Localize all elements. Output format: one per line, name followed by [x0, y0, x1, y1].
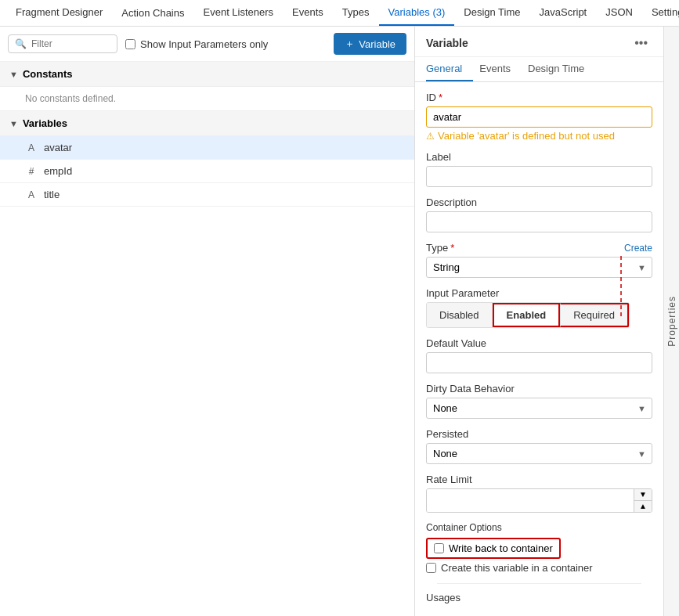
tab-javascript[interactable]: JavaScript — [530, 0, 597, 26]
default-value-label: Default Value — [426, 337, 652, 349]
create-variable-checkbox[interactable] — [426, 563, 436, 573]
filter-field[interactable]: 🔍 — [8, 34, 117, 53]
show-input-label: Show Input Parameters only — [140, 38, 268, 50]
rate-limit-group: Rate Limit ▼ ▲ — [426, 474, 652, 513]
panel-tab-events[interactable]: Events — [479, 57, 522, 81]
left-panel: 🔍 Show Input Parameters only ＋ Variable … — [0, 27, 415, 616]
write-back-checkbox-label[interactable]: Write back to container — [426, 538, 561, 559]
rate-limit-down-button[interactable]: ▼ — [634, 489, 652, 501]
divider — [437, 583, 641, 584]
persisted-select[interactable]: None Session Local — [426, 443, 652, 464]
input-param-disabled-button[interactable]: Disabled — [427, 303, 493, 327]
show-input-parameters-checkbox[interactable]: Show Input Parameters only — [125, 38, 268, 50]
constants-section-label: Constants — [23, 68, 73, 80]
panel-tabs: General Events Design Time — [415, 57, 663, 82]
usages-group: Usages — [426, 592, 652, 603]
variables-chevron-icon: ▼ — [9, 119, 18, 128]
form-general: ID * ⚠ Variable 'avatar' is defined but … — [415, 82, 663, 616]
default-value-input[interactable] — [426, 352, 652, 373]
panel-header: Variable ••• — [415, 27, 663, 57]
variable-name-empid: empId — [44, 165, 72, 177]
write-back-container: Write back to container — [426, 538, 652, 559]
properties-sidebar-label: Properties — [666, 296, 677, 347]
input-param-required-button[interactable]: Required — [560, 303, 629, 327]
plus-icon: ＋ — [345, 37, 355, 51]
tab-events[interactable]: Events — [283, 0, 333, 26]
tab-settings[interactable]: Settings — [642, 0, 679, 26]
dirty-data-label: Dirty Data Behavior — [426, 383, 652, 394]
filter-input[interactable] — [31, 38, 110, 49]
variable-item-title[interactable]: A title — [0, 183, 414, 207]
right-panel: Variable ••• General Events Design Time … — [415, 27, 679, 616]
number-type-icon: # — [25, 166, 38, 177]
create-variable-label: Create this variable in a container — [441, 562, 593, 574]
container-options-group: Container Options Write back to containe… — [426, 522, 652, 574]
type-field-group: Type * Create String Number Boolean Obje… — [426, 242, 652, 278]
toolbar: 🔍 Show Input Parameters only ＋ Variable — [0, 27, 414, 62]
main-content: 🔍 Show Input Parameters only ＋ Variable … — [0, 27, 679, 616]
description-label: Description — [426, 196, 652, 208]
panel-title: Variable — [426, 37, 468, 49]
default-value-group: Default Value — [426, 337, 652, 373]
string-type-icon: A — [25, 142, 38, 153]
persisted-group: Persisted None Session Local ▼ — [426, 428, 652, 464]
create-variable-checkbox-label[interactable]: Create this variable in a container — [426, 562, 652, 574]
variable-list: ▼ Constants No constants defined. ▼ Vari… — [0, 62, 414, 616]
rate-limit-wrapper: ▼ ▲ — [426, 488, 652, 513]
panel-tab-general[interactable]: General — [426, 57, 473, 81]
type-select[interactable]: String Number Boolean Object Array — [426, 257, 652, 278]
constants-section-header[interactable]: ▼ Constants — [0, 62, 414, 87]
more-options-button[interactable]: ••• — [630, 34, 652, 52]
constants-empty-message: No constants defined. — [0, 87, 414, 111]
dirty-data-group: Dirty Data Behavior None Reset Preserve … — [426, 383, 652, 419]
add-variable-button[interactable]: ＋ Variable — [334, 33, 406, 55]
id-input[interactable] — [426, 106, 652, 128]
container-options-label: Container Options — [426, 522, 652, 533]
variable-name-avatar: avatar — [44, 142, 72, 153]
dirty-data-select[interactable]: None Reset Preserve — [426, 398, 652, 419]
tab-action-chains[interactable]: Action Chains — [112, 1, 193, 25]
properties-sidebar: Properties — [663, 27, 679, 616]
input-param-container: Disabled Enabled Required — [426, 302, 652, 328]
type-required-marker: * — [450, 242, 454, 254]
tab-event-listeners[interactable]: Event Listeners — [194, 0, 284, 26]
persisted-select-wrapper: None Session Local ▼ — [426, 443, 652, 464]
type-create-link[interactable]: Create — [624, 243, 652, 254]
variable-property-panel: Variable ••• General Events Design Time … — [415, 27, 663, 616]
top-navigation: Fragment Designer Action Chains Event Li… — [0, 0, 679, 27]
constants-chevron-icon: ▼ — [9, 70, 18, 79]
variables-section-header[interactable]: ▼ Variables — [0, 111, 414, 136]
tab-variables[interactable]: Variables (3) — [379, 0, 455, 26]
write-back-checkbox[interactable] — [434, 543, 444, 553]
tab-types[interactable]: Types — [333, 0, 379, 26]
id-required-marker: * — [439, 92, 442, 103]
panel-tab-design-time[interactable]: Design Time — [528, 57, 595, 81]
variables-section-label: Variables — [23, 117, 67, 129]
id-field-group: ID * ⚠ Variable 'avatar' is defined but … — [426, 92, 652, 142]
persisted-label: Persisted — [426, 428, 652, 440]
variable-item-empid[interactable]: # empId — [0, 160, 414, 183]
tab-json[interactable]: JSON — [596, 0, 642, 26]
warning-icon: ⚠ — [426, 131, 435, 142]
rate-limit-input[interactable] — [427, 489, 634, 512]
rate-limit-label: Rate Limit — [426, 474, 652, 485]
id-warning-text: ⚠ Variable 'avatar' is defined but not u… — [426, 130, 652, 142]
input-parameter-toggle: Disabled Enabled Required — [426, 302, 630, 328]
property-panel-content: Variable ••• General Events Design Time … — [415, 27, 663, 616]
rate-limit-up-button[interactable]: ▲ — [634, 501, 652, 512]
label-input[interactable] — [426, 166, 652, 187]
show-input-checkbox[interactable] — [125, 39, 135, 49]
tab-fragment-designer[interactable]: Fragment Designer — [6, 0, 112, 26]
input-parameter-group: Input Parameter Disabled Enabled Require… — [426, 287, 652, 328]
input-param-enabled-button[interactable]: Enabled — [493, 303, 561, 327]
type-select-wrapper: String Number Boolean Object Array ▼ — [426, 257, 652, 278]
input-parameter-label: Input Parameter — [426, 287, 652, 299]
description-input[interactable] — [426, 211, 652, 232]
id-label: ID * — [426, 92, 652, 103]
dirty-data-select-wrapper: None Reset Preserve ▼ — [426, 398, 652, 419]
tab-design-time[interactable]: Design Time — [454, 0, 529, 26]
variable-item-avatar[interactable]: A avatar — [0, 136, 414, 160]
description-field-group: Description — [426, 196, 652, 232]
type-label: Type * Create — [426, 242, 652, 254]
add-variable-label: Variable — [359, 38, 395, 50]
